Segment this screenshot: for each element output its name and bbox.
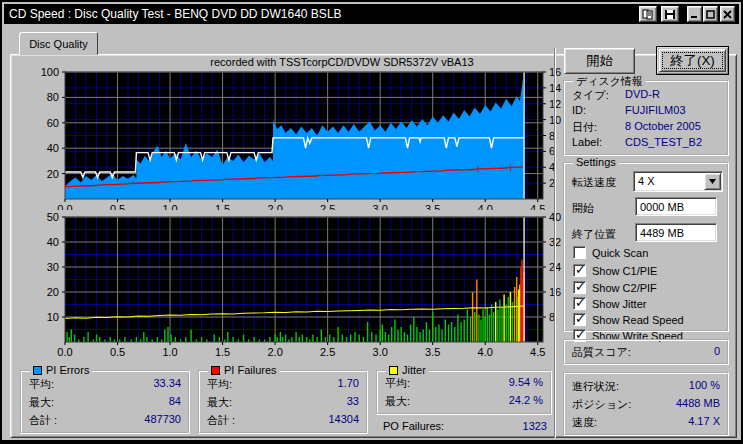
status-box: 進行状況: 100 % ポジション: 4488 MB 速度: 4.17 X — [563, 372, 729, 436]
disc-id-label: ID: — [572, 104, 586, 116]
speed-label: 転送速度 — [572, 175, 616, 190]
pi-errors-title: PI Errors — [46, 364, 89, 376]
disc-info-row: ID: FUJIFILM03 — [572, 104, 720, 116]
checkbox-show-c1-pie[interactable]: Show C1/PIE — [573, 264, 657, 277]
pi-errors-summary: PI Errors 平均:33.34 最大:84 合計 :487730 — [20, 370, 190, 434]
jitter-title: Jitter — [402, 364, 426, 376]
max-label: 最大: — [385, 394, 410, 409]
exit-button[interactable]: 終了(X) — [656, 46, 729, 75]
svg-text:3.5: 3.5 — [425, 346, 440, 358]
disc-info-row: 日付: 8 October 2005 — [572, 120, 720, 135]
save-icon[interactable] — [661, 6, 679, 22]
svg-text:30: 30 — [47, 261, 59, 273]
pages-icon — [642, 9, 654, 20]
svg-text:2.5: 2.5 — [320, 346, 335, 358]
start-button-label: 開始 — [586, 52, 613, 70]
svg-text:4.0: 4.0 — [478, 346, 493, 358]
start-pos-label: 開始 — [572, 201, 594, 216]
window-title: CD Speed : Disc Quality Test - BENQ DVD … — [9, 7, 342, 21]
avg-value: 33.34 — [153, 377, 181, 392]
pi-errors-swatch — [33, 366, 42, 375]
tab-disc-quality[interactable]: Disc Quality — [19, 32, 98, 55]
svg-text:3.0: 3.0 — [373, 346, 388, 358]
position-label: ポジション: — [572, 397, 631, 412]
titlebar: CD Speed : Disc Quality Test - BENQ DVD … — [4, 4, 739, 24]
svg-text:4.5: 4.5 — [530, 203, 545, 210]
total-value: 487730 — [144, 413, 181, 428]
recorded-with-label: recorded with TSSTcorpCD/DVDW SDR5372V v… — [142, 56, 542, 68]
svg-text:10: 10 — [47, 311, 59, 323]
svg-text:2.0: 2.0 — [267, 346, 282, 358]
disc-label-label: Label: — [572, 136, 602, 148]
svg-text:2.5: 2.5 — [320, 203, 335, 210]
checkbox-box — [573, 313, 586, 326]
settings-group: Settings 転送速度 4 X 開始 0000 MB 終了位置 4489 M… — [563, 162, 729, 332]
disc-label-value: CDS_TEST_B2 — [625, 136, 702, 148]
start-pos-input[interactable]: 0000 MB — [635, 197, 717, 216]
disc-id-value: FUJIFILM03 — [625, 104, 686, 116]
pi-failures-summary: PI Failures 平均:1.70 最大:33 合計 :14304 — [198, 370, 368, 434]
checkbox-box — [573, 246, 586, 259]
svg-text:40: 40 — [47, 236, 59, 248]
maximize-button[interactable] — [703, 6, 718, 22]
po-failures-label: PO Failures: — [383, 420, 444, 432]
settings-title: Settings — [573, 156, 619, 168]
jitter-summary: Jitter 平均:9.54 % 最大:24.2 % — [376, 370, 552, 415]
minimize-button[interactable] — [687, 6, 702, 22]
disc-date-label: 日付: — [572, 120, 597, 135]
panel-divider — [554, 48, 556, 438]
checkbox-label: Quick Scan — [592, 247, 648, 259]
quality-score-box: 品質スコア: 0 — [563, 339, 729, 365]
maximize-icon — [706, 10, 715, 19]
max-value: 33 — [347, 395, 359, 410]
speed-select[interactable]: 4 X — [633, 171, 723, 192]
avg-value: 9.54 % — [509, 376, 543, 391]
end-pos-label: 終了位置 — [572, 227, 616, 242]
max-value: 24.2 % — [509, 394, 543, 409]
total-value: 14304 — [328, 413, 359, 428]
minimize-icon — [690, 10, 699, 19]
svg-text:40: 40 — [47, 142, 59, 154]
avg-label: 平均: — [385, 376, 410, 391]
disc-info-row: Label: CDS_TEST_B2 — [572, 136, 720, 148]
report-icon[interactable] — [639, 6, 657, 22]
svg-text:20: 20 — [47, 168, 59, 180]
svg-text:0.0: 0.0 — [57, 346, 72, 358]
svg-text:60: 60 — [47, 117, 59, 129]
svg-text:80: 80 — [47, 91, 59, 103]
checkbox-label: Show Jitter — [592, 298, 646, 310]
position-value: 4488 MB — [676, 397, 720, 412]
disc-info-row: タイプ: DVD-R — [572, 88, 720, 103]
start-button[interactable]: 開始 — [564, 48, 635, 74]
checkbox-show-c2-pif[interactable]: Show C2/PIF — [573, 281, 657, 294]
pi-failures-title: PI Failures — [224, 364, 277, 376]
end-pos-input[interactable]: 4489 MB — [635, 223, 717, 242]
speed-status-value: 4.17 X — [688, 415, 720, 430]
close-button[interactable] — [720, 6, 735, 22]
checkbox-box — [573, 281, 586, 294]
disc-type-value: DVD-R — [625, 88, 660, 100]
max-value: 84 — [169, 395, 181, 410]
chevron-down-icon[interactable] — [704, 173, 721, 190]
svg-text:1.5: 1.5 — [215, 203, 230, 210]
max-label: 最大: — [207, 395, 232, 410]
progress-label: 進行状況: — [572, 379, 619, 394]
checkbox-box — [573, 264, 586, 277]
quality-score-value: 0 — [714, 345, 720, 360]
po-failures-row: PO Failures: 1323 — [383, 420, 547, 432]
svg-text:4.5: 4.5 — [530, 346, 545, 358]
svg-text:0.5: 0.5 — [110, 203, 125, 210]
max-label: 最大: — [29, 395, 54, 410]
checkbox-label: Show C2/PIF — [592, 282, 657, 294]
disc-type-label: タイプ: — [572, 88, 609, 103]
checkbox-show-jitter[interactable]: Show Jitter — [573, 297, 646, 310]
checkbox-show-read-speed[interactable]: Show Read Speed — [573, 313, 684, 326]
svg-text:20: 20 — [47, 286, 59, 298]
svg-text:0.5: 0.5 — [110, 346, 125, 358]
focus-rect — [662, 52, 723, 69]
checkbox-quick-scan[interactable]: Quick Scan — [573, 246, 648, 259]
svg-text:1.5: 1.5 — [215, 346, 230, 358]
svg-text:1.0: 1.0 — [162, 203, 177, 210]
pi-failures-swatch — [211, 366, 220, 375]
speed-status-label: 速度: — [572, 415, 597, 430]
